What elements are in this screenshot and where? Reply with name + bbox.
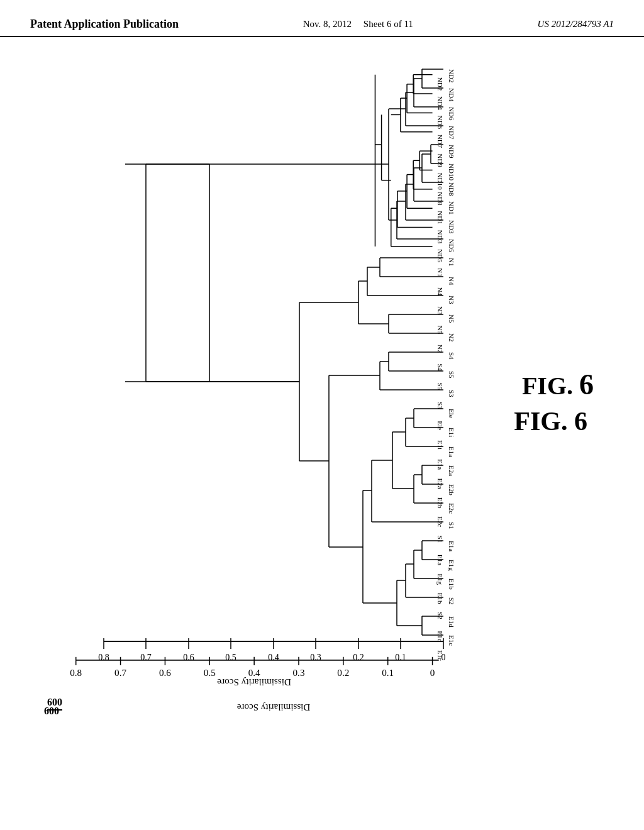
svg-text:Dissimilarity Score: Dissimilarity Score: [237, 702, 311, 712]
svg-text:N2: N2: [448, 333, 455, 341]
figure-6-label: FIG. 6: [522, 368, 594, 401]
header-center: Nov. 8, 2012 Sheet 6 of 11: [303, 18, 413, 31]
svg-text:Ele: Ele: [448, 409, 455, 418]
svg-text:S1: S1: [448, 522, 455, 529]
svg-text:ND8: ND8: [448, 182, 455, 196]
figure-container: FIG. 6 600 0.8 0.7 0.6 0.5 0.4 0.3: [38, 50, 606, 792]
svg-text:0.1: 0.1: [395, 653, 406, 662]
svg-text:E1c: E1c: [448, 635, 455, 646]
page-header: Patent Application Publication Nov. 8, 2…: [0, 0, 644, 37]
svg-text:N4: N4: [448, 277, 455, 285]
svg-text:ND3: ND3: [448, 220, 455, 234]
svg-text:ND10: ND10: [448, 163, 455, 180]
svg-text:S3: S3: [448, 390, 455, 397]
svg-text:S4: S4: [448, 352, 455, 360]
svg-text:E2a: E2a: [448, 465, 455, 476]
svg-text:0.5: 0.5: [225, 653, 236, 662]
ref-600: 600: [47, 697, 62, 711]
svg-text:E1d: E1d: [448, 616, 455, 628]
svg-text:N5: N5: [448, 314, 455, 323]
dendrogram-clean: 0.8 0.7 0.6 0.5 0.4 0.3 0.2 0.1 0 Dissim…: [57, 50, 566, 729]
svg-text:0.7: 0.7: [140, 653, 152, 662]
svg-text:0.4: 0.4: [268, 653, 279, 662]
svg-text:0: 0: [441, 653, 446, 662]
svg-text:S2: S2: [448, 597, 455, 605]
svg-text:0.2: 0.2: [353, 653, 364, 662]
svg-text:0.8: 0.8: [98, 653, 109, 662]
svg-text:E1i: E1i: [448, 428, 455, 437]
svg-text:E1g: E1g: [448, 560, 455, 571]
svg-text:E1b: E1b: [448, 578, 455, 590]
svg-text:ND1: ND1: [448, 201, 455, 214]
svg-text:N3: N3: [448, 296, 455, 304]
sheet-info: Sheet 6 of 11: [364, 19, 413, 29]
svg-text:ND7: ND7: [448, 126, 455, 140]
svg-text:E2b: E2b: [448, 484, 455, 495]
svg-text:E1a: E1a: [448, 541, 455, 551]
patent-number: US 2012/284793 A1: [538, 19, 614, 30]
svg-text:ND9: ND9: [448, 145, 455, 158]
publication-title: Patent Application Publication: [30, 18, 179, 31]
figure-number: 6: [574, 407, 587, 436]
svg-text:ND5: ND5: [448, 239, 455, 253]
figure-6-number: 6: [579, 368, 594, 401]
svg-text:ND6: ND6: [448, 107, 455, 121]
svg-text:E2c: E2c: [448, 503, 455, 514]
svg-text:0.6: 0.6: [183, 653, 194, 662]
svg-text:N1: N1: [448, 258, 455, 266]
svg-text:S5: S5: [448, 371, 455, 379]
svg-text:E1a: E1a: [448, 446, 455, 457]
svg-text:ND4: ND4: [448, 88, 455, 102]
svg-text:0.3: 0.3: [310, 653, 321, 662]
publication-date: Nov. 8, 2012: [303, 19, 352, 29]
svg-text:ND2: ND2: [448, 69, 455, 82]
